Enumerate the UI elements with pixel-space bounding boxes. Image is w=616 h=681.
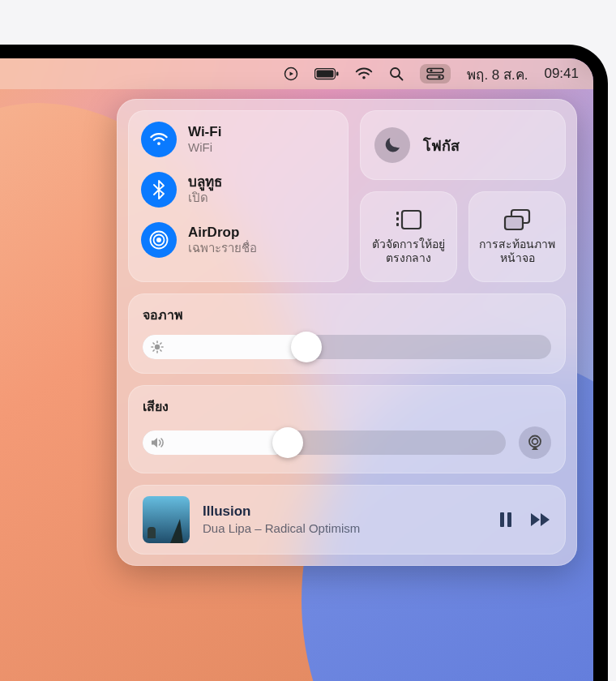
display-card: จอภาพ [128, 293, 566, 374]
bluetooth-circle-icon [141, 172, 177, 208]
wifi-sub: WiFi [188, 140, 221, 156]
display-slider[interactable] [143, 335, 551, 359]
connectivity-card: Wi-Fi WiFi บลูทูธ เปิด [128, 110, 349, 282]
svg-rect-13 [396, 212, 399, 215]
brightness-icon [151, 340, 164, 353]
airdrop-circle-icon [141, 222, 177, 258]
svg-line-25 [160, 350, 161, 351]
svg-point-10 [156, 238, 161, 242]
moon-icon [374, 127, 410, 163]
wifi-circle-icon [141, 122, 177, 157]
wifi-title: Wi-Fi [188, 123, 221, 140]
spotlight-icon[interactable] [389, 66, 404, 81]
bluetooth-toggle[interactable]: บลูทูธ เปิด [141, 172, 336, 208]
menubar-time[interactable]: 09:41 [544, 66, 579, 82]
bluetooth-title: บลูทูธ [188, 173, 222, 191]
svg-rect-6 [427, 69, 443, 73]
battery-icon[interactable] [314, 68, 339, 80]
svg-point-9 [438, 75, 441, 78]
svg-rect-15 [396, 223, 399, 226]
focus-label: โฟกัส [423, 134, 460, 157]
svg-line-26 [153, 350, 154, 351]
svg-line-24 [153, 343, 154, 344]
sound-slider[interactable] [143, 430, 506, 455]
svg-point-7 [430, 69, 433, 71]
control-center-panel: Wi-Fi WiFi บลูทูธ เปิด [117, 99, 577, 566]
wifi-icon[interactable] [355, 67, 373, 80]
svg-point-4 [391, 68, 400, 77]
screen-mirror-toggle[interactable]: การสะท้อนภาพหน้าจอ [468, 191, 566, 282]
svg-rect-30 [500, 512, 504, 527]
svg-rect-18 [505, 216, 523, 229]
svg-rect-2 [317, 70, 334, 77]
stage-manager-label: ตัวจัดการให้อยู่ตรงกลาง [365, 238, 452, 266]
pause-button[interactable] [499, 512, 512, 528]
speaker-icon [151, 437, 165, 448]
next-track-button[interactable] [530, 512, 551, 527]
stage-manager-icon [395, 208, 422, 231]
focus-toggle[interactable]: โฟกัส [360, 110, 566, 180]
wifi-toggle[interactable]: Wi-Fi WiFi [141, 122, 336, 157]
stage-manager-toggle[interactable]: ตัวจัดการให้อยู่ตรงกลาง [360, 191, 457, 282]
svg-point-19 [155, 345, 160, 349]
svg-point-28 [529, 436, 541, 448]
screen-mirror-label: การสะท้อนภาพหน้าจอ [473, 238, 561, 266]
svg-rect-31 [507, 512, 511, 527]
now-playing-card[interactable]: Illusion Dua Lipa – Radical Optimism [128, 485, 566, 555]
now-playing-menubar-icon[interactable] [284, 66, 298, 81]
svg-line-5 [399, 76, 403, 80]
sound-title: เสียง [143, 396, 551, 417]
album-art [143, 496, 190, 543]
svg-line-27 [160, 343, 161, 344]
airdrop-toggle[interactable]: AirDrop เฉพาะรายชื่อ [141, 222, 336, 258]
svg-rect-8 [427, 75, 443, 79]
track-title: Illusion [203, 503, 486, 520]
svg-rect-3 [336, 71, 339, 75]
control-center-icon[interactable] [420, 64, 451, 84]
display-title: จอภาพ [143, 305, 551, 325]
menubar-date[interactable]: พฤ. 8 ส.ค. [467, 63, 528, 85]
sound-card: เสียง [128, 385, 566, 473]
screen: พฤ. 8 ส.ค. 09:41 Wi-Fi WiFi [0, 58, 593, 681]
svg-point-29 [533, 439, 538, 444]
screen-mirror-icon [503, 208, 531, 231]
svg-rect-16 [402, 211, 421, 229]
airdrop-title: AirDrop [188, 224, 257, 241]
airplay-audio-button[interactable] [519, 426, 551, 459]
airdrop-sub: เฉพาะรายชื่อ [188, 241, 257, 256]
menubar: พฤ. 8 ส.ค. 09:41 [0, 58, 593, 89]
bluetooth-sub: เปิด [188, 191, 222, 206]
track-subtitle: Dua Lipa – Radical Optimism [203, 520, 486, 537]
svg-rect-14 [396, 217, 399, 221]
